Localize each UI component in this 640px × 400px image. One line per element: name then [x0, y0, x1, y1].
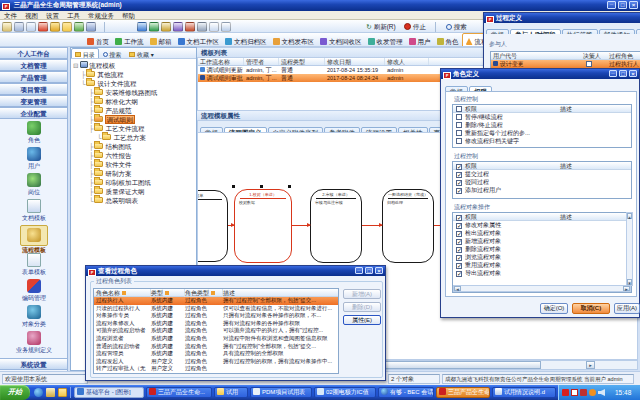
minimize-button[interactable] — [609, 70, 617, 77]
filter-icon[interactable] — [165, 291, 169, 295]
perm-item[interactable]: 删除/终止流程 — [453, 121, 631, 129]
role-dialog-titlebar[interactable]: P角色定义 — [441, 69, 639, 79]
sidebar-section-enterprise[interactable]: 企业配置 — [0, 107, 68, 119]
task-button[interactable]: 三品产品全生命... — [146, 387, 212, 398]
col-desc[interactable]: 描述 — [223, 289, 333, 297]
tab-general[interactable]: 常规 — [486, 29, 509, 34]
flow-node[interactable]: 起草 — [197, 190, 228, 262]
tab-directory[interactable]: 目录 — [71, 48, 99, 59]
perm-item[interactable]: 驳回过程 — [453, 178, 631, 186]
copy-icon[interactable] — [26, 22, 36, 32]
close-button[interactable] — [629, 70, 637, 77]
perm-item[interactable]: 浏览流程对象 — [453, 253, 631, 261]
perm-item[interactable]: 检出流程对象 — [453, 229, 631, 237]
menu-tools[interactable]: 工具 — [63, 12, 84, 19]
checkbox[interactable] — [456, 130, 462, 136]
col-workflow-name[interactable]: 工作流名称 — [198, 58, 244, 65]
perm-item[interactable]: 删除流程对象 — [453, 245, 631, 253]
tree-item[interactable]: ├质量保证大纲 — [73, 187, 194, 196]
volume-icon[interactable] — [598, 389, 605, 396]
role-properties-button[interactable]: 属性(E) — [343, 315, 381, 325]
sidebar-section-product[interactable]: 产品管理 — [0, 71, 68, 83]
role-row[interactable]: 流程发起人用户定义过程角色拥有过程控制的权限，拥有流程对象操作中... — [94, 358, 338, 366]
task-button-active[interactable]: 三品产品全生命... — [436, 387, 490, 398]
sidebar-item-user[interactable]: 用户 — [0, 147, 68, 171]
nav-doc-publish[interactable]: 文档发布区 — [270, 34, 318, 47]
task-button[interactable]: 有够 - BEC 会话 — [378, 387, 434, 398]
role-row[interactable]: 转产过程审批人（无用户定义过程角色 — [94, 365, 338, 373]
role-row[interactable]: 普通的流程启动者系统内建流程角色拥有"过程控制"全部权限，包括"提交... — [94, 343, 338, 351]
task-button[interactable]: 试用情况说明.d — [492, 387, 556, 398]
quicklaunch-folder-icon[interactable] — [58, 388, 67, 397]
sidebar-section-document[interactable]: 文档管理 — [0, 59, 68, 71]
participant-row-selected[interactable]: 设计变更过程执行人 — [491, 60, 640, 68]
perm-item[interactable]: 修改对象属性 — [453, 221, 631, 229]
key-icon[interactable] — [50, 22, 60, 32]
checkbox-checked[interactable] — [456, 188, 462, 194]
roles-window-titlebar[interactable]: P查看过程角色 — [86, 266, 385, 276]
brush-icon[interactable] — [185, 22, 195, 32]
scroll-up-button[interactable]: ▴ — [627, 213, 632, 219]
tree-item[interactable]: ├产品规范 — [73, 106, 194, 115]
perm-item[interactable]: 添加过程用户 — [453, 186, 631, 194]
main-titlebar[interactable]: P 三品产品全生命周期管理系统(admin) — [0, 0, 640, 11]
process-dialog-titlebar[interactable]: P过程定义 — [484, 13, 640, 23]
tray-icon[interactable] — [571, 389, 578, 396]
col-role-name[interactable]: 角色名称 — [94, 289, 151, 297]
minimize-button[interactable] — [355, 267, 363, 274]
flow-node[interactable]: 一般流程结束（完成） 归档处理 — [382, 189, 434, 263]
col-process-role[interactable]: 过程角色 — [609, 52, 640, 60]
cancel-button[interactable]: 取消(C) — [572, 303, 610, 314]
checkbox[interactable] — [456, 122, 462, 128]
tab-exec-strategy[interactable]: 执行策略 — [562, 29, 598, 34]
role-row[interactable]: 可抛弃的流程启动者系统内建流程角色可以抛弃流程中的执行人，拥有"过程控... — [94, 327, 338, 335]
maximize-button[interactable] — [619, 70, 627, 77]
nav-workflow[interactable]: 工作流 — [112, 34, 147, 47]
layers-icon[interactable] — [173, 22, 183, 32]
cut-icon[interactable] — [14, 22, 24, 32]
link-icon[interactable] — [86, 22, 96, 32]
role-row[interactable]: 流程对象修改人系统内建流程角色拥有对流程对象的各种操作权限 — [94, 320, 338, 328]
scroll-down-button[interactable]: ▾ — [627, 279, 632, 285]
checkbox-checked[interactable] — [456, 271, 462, 277]
nav-home[interactable]: 首页 — [84, 34, 112, 47]
filter-icon[interactable] — [122, 291, 126, 295]
checkbox[interactable] — [456, 106, 462, 112]
tree-item[interactable]: └设计文件流程 — [73, 79, 194, 88]
menu-file[interactable]: 文件 — [0, 12, 21, 19]
edit-icon[interactable] — [161, 22, 171, 32]
delete-icon[interactable] — [38, 22, 48, 32]
task-button[interactable]: 试用 — [214, 387, 248, 398]
scroll-thumb[interactable] — [381, 361, 541, 369]
refresh-button[interactable]: ↻ 刷新(R) — [366, 21, 395, 33]
run-icon[interactable] — [74, 22, 84, 32]
flow-node[interactable]: 2-审核（串进） 审核与批注审核 — [310, 189, 362, 263]
role-row-selected[interactable]: 过程执行人系统内建过程角色拥有"过程控制"全部权限，包括"提交... — [94, 297, 338, 305]
nav-roles[interactable]: 角色 — [434, 34, 462, 47]
tree-item[interactable]: ├印制板加工图纸 — [73, 178, 194, 187]
tab-favorites[interactable]: 收藏 ▾ — [125, 48, 157, 59]
back-icon[interactable] — [137, 22, 147, 32]
sidebar-section-change[interactable]: 变更管理 — [0, 95, 68, 107]
tree-item[interactable]: ├安装维修线路图纸 — [73, 88, 194, 97]
doc2-icon[interactable] — [221, 22, 231, 32]
quicklaunch-desktop-icon[interactable] — [46, 388, 55, 397]
perm-item[interactable]: 重新指定每个过程的参... — [453, 129, 631, 137]
checkin-icon[interactable] — [149, 22, 159, 32]
paste-icon[interactable] — [2, 22, 12, 32]
minimize-button[interactable] — [607, 1, 616, 9]
role-row[interactable]: 只读的过程执行人系统内建过程角色仅可以查看流程信息，不能对流程对象进行... — [94, 305, 338, 313]
checkbox[interactable] — [456, 138, 462, 144]
sidebar-item-doc-template[interactable]: 文档模板 — [0, 199, 68, 223]
tree-item-selected[interactable]: ├调试细则 — [73, 115, 194, 124]
tree-item[interactable]: └工艺总方案 — [73, 133, 194, 142]
close-button[interactable] — [629, 1, 638, 9]
sidebar-item-flow-template[interactable]: 流程模板 — [0, 225, 68, 255]
tree-item[interactable]: ├六性报告 — [73, 151, 194, 160]
tree-item[interactable]: ├工艺文件流程 — [73, 124, 194, 133]
scroll-left-button[interactable]: ◂ — [454, 286, 461, 291]
start-button[interactable]: 开始 — [0, 385, 30, 400]
nav-doc-recycle[interactable]: 文档回收区 — [317, 34, 365, 47]
tab-participants[interactable]: 参与人/时间段 — [510, 29, 561, 34]
sidebar-section-system[interactable]: 系统设置 — [0, 358, 68, 370]
